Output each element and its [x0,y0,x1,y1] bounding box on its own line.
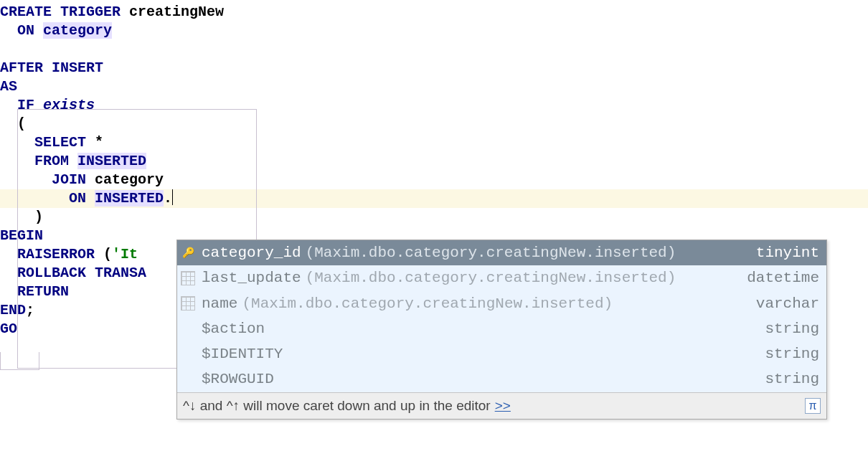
code-line[interactable]: IF exists [0,96,868,115]
identifier-highlighted: category [43,22,112,39]
function-name: exists [43,97,95,113]
code-line[interactable]: AS [0,77,868,96]
keyword: AS [0,78,17,95]
keyword: RETURN [17,283,69,300]
autocomplete-item-label: last_update [202,268,301,288]
pi-icon[interactable]: π [805,398,821,414]
keyword: SELECT [34,134,86,151]
autocomplete-item[interactable]: $actionstring [177,316,826,341]
keyword: ROLLBACK [17,265,86,281]
keyword: JOIN [52,171,86,188]
code-line[interactable]: FROM INSERTED [0,152,868,171]
keyword: BEGIN [0,227,43,244]
column-icon [180,296,196,311]
autocomplete-item-label: name [202,294,237,313]
autocomplete-item-type: varchar [756,294,819,313]
key-icon: 🔑 [180,246,196,260]
autocomplete-item[interactable]: $IDENTITYstring [177,341,826,366]
keyword: ON [17,22,34,39]
autocomplete-item[interactable]: 🔑category_id(Maxim.dbo.category.creating… [177,240,826,265]
code-line[interactable]: AFTER INSERT [0,59,868,77]
popup-footer: ^↓ and ^↑ will move caret down and up in… [177,392,826,420]
keyword: RAISERROR [17,246,95,262]
string-literal: 'It [112,246,138,262]
keyword: GO [0,321,17,337]
autocomplete-item-source: (Maxim.dbo.category.creatingNew.inserted… [306,243,676,262]
autocomplete-item-type: string [765,319,819,338]
autocomplete-item-type: tinyint [756,243,819,262]
keyword: ON [69,190,86,207]
identifier: category [95,171,164,188]
blank-icon [180,347,196,361]
keyword: CREATE [0,4,52,20]
autocomplete-item-type: string [765,369,819,389]
autocomplete-popup[interactable]: 🔑category_id(Maxim.dbo.category.creating… [176,240,827,420]
popup-footer-text: ^↓ and ^↑ will move caret down and up in… [183,397,491,415]
code-line[interactable]: ) [0,208,868,227]
autocomplete-item-source: (Maxim.dbo.category.creatingNew.inserted… [242,294,613,313]
keyword: TRANSA [95,265,146,281]
autocomplete-item-label: $ROWGUID [202,369,274,389]
code-line[interactable]: JOIN category [0,171,868,189]
identifier-highlighted: INSERTED [77,153,146,169]
autocomplete-item-source: (Maxim.dbo.category.creatingNew.inserted… [306,268,676,288]
autocomplete-item-type: datetime [747,268,819,288]
code-line[interactable]: ( [0,115,868,133]
autocomplete-item-label: category_id [202,243,301,262]
code-line[interactable] [0,40,868,59]
operator: * [95,134,103,151]
keyword: END [0,302,26,318]
paren: ( [103,246,112,262]
dot: . [164,190,172,207]
keyword: TRIGGER [60,4,121,20]
identifier: creatingNew [129,4,224,20]
paren: ) [34,209,43,225]
blank-icon [180,372,196,387]
autocomplete-item-label: $IDENTITY [202,344,283,364]
caret-icon [172,189,173,205]
code-line[interactable]: CREATE TRIGGER creatingNew [0,3,868,22]
autocomplete-item[interactable]: name(Maxim.dbo.category.creatingNew.inse… [177,291,826,316]
popup-footer-link[interactable]: >> [495,397,511,415]
autocomplete-item[interactable]: $ROWGUIDstring [177,366,826,392]
scope-box [0,352,39,370]
paren: ( [17,115,26,132]
autocomplete-item[interactable]: last_update(Maxim.dbo.category.creatingN… [177,265,826,290]
blank-icon [180,322,196,336]
keyword: FROM [34,153,69,169]
keyword: INSERT [52,60,103,76]
column-icon [180,271,196,285]
code-editor[interactable]: CREATE TRIGGER creatingNew ON category A… [0,0,868,338]
code-line[interactable]: SELECT * [0,133,868,152]
semicolon: ; [26,302,34,318]
code-line-active[interactable]: ON INSERTED. [0,189,868,208]
autocomplete-item-label: $action [202,319,265,338]
code-line[interactable]: ON category [0,22,868,40]
keyword: IF [17,97,34,113]
autocomplete-item-type: string [765,344,819,364]
identifier-highlighted: INSERTED [95,190,164,207]
keyword: AFTER [0,60,43,76]
